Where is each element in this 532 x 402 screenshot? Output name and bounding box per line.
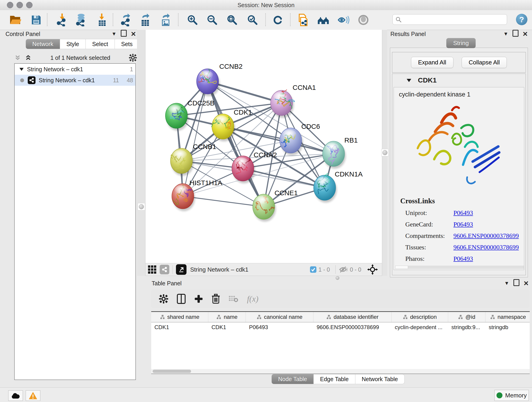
clone-network-button[interactable] [296, 13, 310, 27]
network-collection-row[interactable]: String Network – cdk1 1 [15, 64, 135, 75]
cell-name[interactable]: CDK1 [208, 322, 246, 332]
first-neighbors-button[interactable] [317, 13, 330, 27]
table-row[interactable]: CDK1CDK1P064939606.ENSP00000378699cyclin… [151, 322, 530, 332]
tab-select[interactable]: Select [86, 39, 114, 49]
tab-network[interactable]: Network [26, 39, 60, 49]
cell-canonical-name[interactable]: P06493 [246, 322, 313, 332]
collapse-all-icon[interactable] [14, 54, 21, 61]
tab-network-table[interactable]: Network Table [355, 374, 405, 384]
help-button[interactable]: ? [516, 14, 527, 25]
node-RB1[interactable]: RB1 [323, 136, 358, 169]
column-header-description[interactable]: description [392, 312, 448, 322]
panel-close-icon[interactable]: ✕ [523, 30, 528, 38]
crosslink-pharos-[interactable]: P06493 [453, 255, 473, 262]
network-row[interactable]: String Network – cdk1 11 48 [15, 75, 135, 86]
window-minimize-button[interactable] [17, 2, 23, 8]
expand-all-button[interactable]: Expand All [411, 57, 453, 68]
edge-HIST1H1A-CCNE1[interactable] [183, 196, 264, 207]
crosslink-compartments-[interactable]: 9606.ENSP00000378699 [453, 232, 519, 240]
panel-float-icon[interactable] [121, 30, 127, 38]
tab-sets[interactable]: Sets [115, 39, 139, 49]
cell--id[interactable]: stringdb:9... [448, 322, 486, 332]
export-image-button[interactable] [159, 13, 173, 27]
panel-close-icon[interactable]: ✕ [524, 280, 529, 287]
gear-icon[interactable] [129, 54, 137, 62]
collapse-triangle-icon[interactable] [406, 78, 412, 82]
left-splitter[interactable] [137, 30, 145, 276]
panel-menu-icon[interactable]: ▼ [112, 31, 117, 37]
bottom-splitter-handle[interactable] [335, 276, 340, 279]
panel-menu-icon[interactable]: ▼ [504, 280, 509, 286]
collapse-triangle-icon[interactable] [19, 67, 24, 71]
show-graphics-details-button[interactable] [336, 13, 350, 27]
tab-edge-table[interactable]: Edge Table [314, 374, 355, 384]
cell-shared-name[interactable]: CDK1 [151, 322, 208, 332]
panel-float-icon[interactable] [513, 279, 519, 287]
cell-namespace[interactable]: stringdb [486, 322, 530, 332]
network-graph[interactable]: CCNB2CCNA1CDC25BCDK1CDC6RB1CCNB1CCNA2CDK… [146, 30, 382, 263]
tab-style[interactable]: Style [60, 39, 86, 49]
table-h-scrollbar-thumb[interactable] [152, 370, 191, 373]
panel-menu-icon[interactable]: ▼ [503, 31, 508, 37]
save-session-button[interactable] [29, 13, 43, 27]
left-splitter-handle[interactable] [138, 203, 145, 211]
window-zoom-button[interactable] [26, 2, 32, 8]
node-CCNA1[interactable]: CCNA1 [271, 84, 316, 118]
entry-scrollbar[interactable] [395, 266, 524, 269]
crosslink-uniprot-[interactable]: P06493 [453, 209, 473, 217]
search-field[interactable] [393, 14, 507, 25]
hidden-eye-icon[interactable] [339, 266, 348, 273]
entry-scrollbar-thumb[interactable] [395, 266, 408, 269]
column-header-canonical-name[interactable]: canonical name [246, 312, 313, 322]
zoom-in-button[interactable] [186, 13, 199, 27]
export-network-button[interactable] [119, 13, 133, 27]
gear-icon[interactable] [159, 294, 168, 303]
cell-database-identifier[interactable]: 9606.ENSP00000378699 [313, 322, 392, 332]
crosslink-tissues-[interactable]: 9606.ENSP00000378699 [453, 244, 519, 251]
network-canvas[interactable]: CCNB2CCNA1CDC25BCDK1CDC6RB1CCNB1CCNA2CDK… [145, 30, 382, 263]
import-network-from-database-button[interactable] [74, 13, 88, 27]
node-CDC6[interactable]: CDC6 [280, 123, 320, 155]
warnings-button[interactable] [26, 390, 40, 401]
import-table-button[interactable] [95, 13, 109, 27]
expand-all-icon[interactable] [25, 54, 32, 61]
panel-close-icon[interactable]: ✕ [131, 30, 136, 38]
column-header-name[interactable]: name [208, 312, 246, 322]
zoom-out-button[interactable] [205, 13, 219, 27]
memory-button[interactable]: Memory [494, 390, 529, 401]
node-CCNE1[interactable]: CCNE1 [253, 189, 298, 222]
cell-description[interactable]: cyclin-dependent ... [392, 322, 448, 332]
hide-graphics-details-button[interactable] [356, 13, 370, 27]
cloud-button[interactable] [8, 390, 23, 401]
delete-column-icon[interactable] [212, 294, 220, 304]
node-table[interactable]: shared namenamecanonical namedatabase id… [151, 311, 530, 370]
node-HIST1H1A[interactable]: HIST1H1A [172, 179, 222, 211]
crosslink-genecard-[interactable]: P06493 [453, 221, 473, 228]
panel-float-icon[interactable] [513, 30, 519, 38]
import-network-button[interactable] [55, 13, 69, 27]
birds-eye-view-icon[interactable] [148, 265, 157, 274]
tab-node-table[interactable]: Node Table [272, 374, 314, 384]
edge-CDK1-RB1[interactable] [223, 127, 334, 154]
entry-header[interactable]: CDK1 [392, 74, 526, 87]
tab-string[interactable]: String [446, 38, 476, 48]
export-view-icon[interactable] [176, 264, 186, 275]
zoom-selected-button[interactable] [246, 13, 259, 27]
window-close-button[interactable] [7, 2, 13, 8]
open-session-button[interactable] [9, 13, 22, 27]
collapse-all-button[interactable]: Collapse All [462, 57, 507, 68]
select-columns-icon[interactable] [177, 294, 186, 304]
apply-layout-button[interactable] [271, 13, 285, 27]
column-header--id[interactable]: @id [448, 312, 486, 322]
crosshair-icon[interactable] [367, 264, 378, 275]
node-CCNB2[interactable]: CCNB2 [196, 63, 243, 96]
zoom-fit-button[interactable] [225, 13, 239, 27]
search-input[interactable] [404, 16, 504, 23]
network-share-icon[interactable] [160, 265, 169, 274]
column-header-shared-name[interactable]: shared name [151, 312, 208, 322]
table-h-scrollbar[interactable] [151, 369, 530, 374]
node-CDKN1A[interactable]: CDKN1A [314, 170, 363, 203]
selected-checkbox-icon[interactable] [310, 266, 317, 273]
export-table-button[interactable] [139, 13, 152, 27]
column-header-namespace[interactable]: namespace [486, 312, 530, 322]
